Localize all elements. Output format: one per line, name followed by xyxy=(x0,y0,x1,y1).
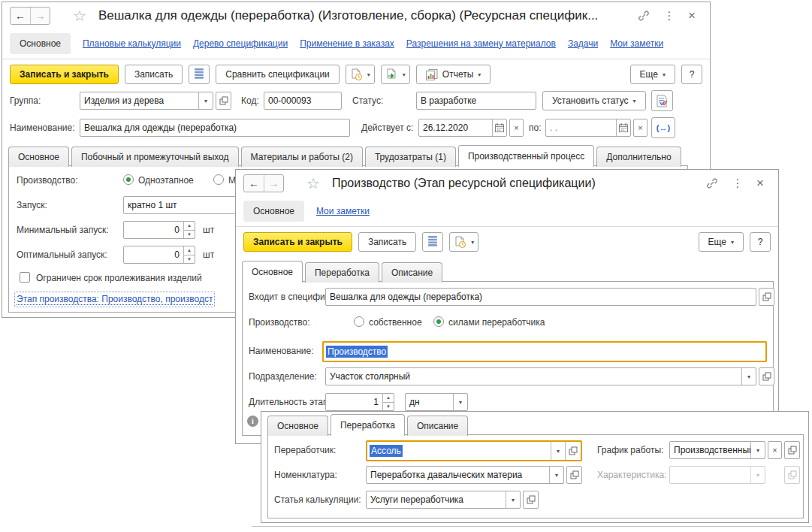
schedule-open-button[interactable] xyxy=(784,441,800,459)
spec-open-button[interactable] xyxy=(759,288,774,306)
calendar-icon[interactable] xyxy=(492,119,506,136)
chevron-down-icon[interactable]: ▾ xyxy=(198,92,213,109)
w2-structure-button[interactable] xyxy=(422,232,443,252)
duration-unit-field[interactable]: дн▾ xyxy=(405,393,468,411)
w1-nav-link-tasks[interactable]: Задачи xyxy=(568,38,598,49)
w1-nav-link-orders[interactable]: Применение в заказах xyxy=(300,38,394,49)
w1-tab-labor[interactable]: Трудозатраты (1) xyxy=(365,147,456,167)
w2-tab-description[interactable]: Описание xyxy=(382,262,442,283)
nomenclature-field[interactable]: Переработка давальческих материа▾ xyxy=(366,466,564,484)
w1-tab-materials[interactable]: Материалы и работы (2) xyxy=(241,147,363,167)
copy-link-icon[interactable] xyxy=(706,177,724,189)
nomenclature-open-button[interactable] xyxy=(566,466,582,484)
group-open-button[interactable] xyxy=(216,92,231,110)
w1-structure-button[interactable] xyxy=(189,65,210,84)
shelf-life-checkbox[interactable] xyxy=(20,272,30,283)
w2-nav-osnovnoe[interactable]: Основное xyxy=(243,201,304,222)
status-check-button[interactable] xyxy=(651,90,673,111)
forward-icon[interactable]: → xyxy=(30,8,50,24)
favorite-star-icon[interactable]: ☆ xyxy=(73,8,86,23)
chevron-down-icon[interactable]: ▾ xyxy=(551,442,565,460)
w2-more-button[interactable]: Еще▾ xyxy=(699,232,744,252)
w1-doc-history-button[interactable]: ▾ xyxy=(346,65,375,84)
w1-nav-link-plan-calc[interactable]: Плановые калькуляции xyxy=(83,38,181,49)
w1-save-close-button[interactable]: Записать и закрыть xyxy=(10,65,119,84)
w1-save-button[interactable]: Записать xyxy=(125,65,183,84)
w2-nav-link-notes[interactable]: Мои заметки xyxy=(316,206,370,216)
validity-period-button[interactable]: (↔) xyxy=(651,117,675,138)
shelf-life-checkbox-label[interactable]: Ограничен срок пролеживания изделий xyxy=(36,273,202,283)
w2-doc-history-button[interactable]: ▾ xyxy=(449,232,478,252)
valid-to-clear-button[interactable]: × xyxy=(633,119,647,137)
duration-field[interactable]: 1 ▲▼ xyxy=(325,393,394,411)
w1-nav-link-notes[interactable]: Мои заметки xyxy=(610,38,663,49)
group-field[interactable]: Изделия из дерева▾ xyxy=(80,92,213,110)
processor-open-button[interactable] xyxy=(565,442,581,460)
kebab-menu-icon[interactable]: ⋮ xyxy=(660,9,678,23)
spinner-control[interactable]: ▲▼ xyxy=(382,394,394,410)
costing-item-field[interactable]: Услуги переработчика▾ xyxy=(366,491,521,509)
close-icon[interactable]: × xyxy=(683,8,701,23)
code-field[interactable]: 00-000093 xyxy=(264,92,342,110)
back-icon[interactable]: ← xyxy=(244,175,264,192)
costing-item-open-button[interactable] xyxy=(523,491,539,509)
w1-nav-link-spec-tree[interactable]: Дерево спецификации xyxy=(193,38,288,49)
w1-reports-button[interactable]: Отчеты ▾ xyxy=(416,65,491,84)
w1-tab-additional[interactable]: Дополнительно xyxy=(596,147,681,167)
copy-link-icon[interactable] xyxy=(638,10,656,22)
spinner-control[interactable]: ▲▼ xyxy=(183,246,195,263)
chevron-down-icon[interactable]: ▾ xyxy=(453,394,467,410)
w1-nav-osnovnoe[interactable]: Основное xyxy=(10,33,71,54)
name-field[interactable]: Вешалка для одежды (переработка) xyxy=(80,119,350,137)
chevron-down-icon[interactable]: ▾ xyxy=(549,467,563,483)
chevron-down-icon[interactable]: ▾ xyxy=(750,442,765,458)
w2-tab-processing[interactable]: Переработка xyxy=(305,262,379,283)
w1-help-button[interactable]: ? xyxy=(681,65,702,84)
back-icon[interactable]: ← xyxy=(11,8,30,24)
radio-by-processor[interactable] xyxy=(433,316,444,327)
forward-icon[interactable]: → xyxy=(264,175,283,192)
department-field[interactable]: Участок столярный▾ xyxy=(325,367,756,385)
set-status-button[interactable]: Установить статус▾ xyxy=(542,91,646,110)
department-open-button[interactable] xyxy=(759,367,774,385)
w2-help-button[interactable]: ? xyxy=(750,232,771,252)
valid-from-field[interactable]: 26.12.2020 xyxy=(418,119,507,137)
w1-more-button[interactable]: Еще▾ xyxy=(630,65,675,84)
close-icon[interactable]: × xyxy=(751,176,769,191)
chevron-down-icon[interactable]: ▾ xyxy=(506,491,520,508)
radio-own-production-label[interactable]: собственное xyxy=(369,317,422,328)
w1-tab-byproduct[interactable]: Побочный и промежуточный выход xyxy=(71,147,239,167)
schedule-clear-button[interactable]: × xyxy=(768,441,782,459)
production-stage-link[interactable]: Этап производства: Производство, произво… xyxy=(17,294,213,305)
radio-own-production[interactable] xyxy=(354,316,364,327)
w2-tab-osnovnoe[interactable]: Основное xyxy=(242,261,303,283)
w2-name-field[interactable]: Производство xyxy=(322,341,767,362)
w3-tab-osnovnoe[interactable]: Основное xyxy=(267,416,328,436)
processor-field[interactable]: Ассоль ▾ xyxy=(366,440,582,461)
calendar-icon[interactable] xyxy=(616,119,630,136)
w1-tab-production-process[interactable]: Производственный процесс xyxy=(458,145,594,167)
radio-single-stage[interactable] xyxy=(123,174,134,185)
w2-save-close-button[interactable]: Записать и закрыть xyxy=(243,232,352,252)
valid-to-field[interactable]: . . xyxy=(545,119,631,137)
radio-single-stage-label[interactable]: Одноэтапное xyxy=(138,175,194,186)
schedule-field[interactable]: Производственный к▾ xyxy=(669,441,765,459)
favorite-star-icon[interactable]: ☆ xyxy=(306,176,320,191)
min-launch-field[interactable]: 0 ▲▼ xyxy=(123,221,195,239)
w3-tab-description[interactable]: Описание xyxy=(407,416,468,436)
radio-multi-stage[interactable] xyxy=(213,174,224,185)
chevron-down-icon[interactable]: ▾ xyxy=(741,368,756,385)
spinner-control[interactable]: ▲▼ xyxy=(183,222,195,238)
radio-by-processor-label[interactable]: силами переработчика xyxy=(448,317,545,328)
w3-tab-processing[interactable]: Переработка xyxy=(331,414,405,436)
w1-tab-osnovnoe[interactable]: Основное xyxy=(8,147,69,167)
status-field[interactable]: В разработке xyxy=(416,92,536,110)
w1-compare-specs-button[interactable]: Сравнить спецификации xyxy=(216,65,340,84)
opt-launch-field[interactable]: 0 ▲▼ xyxy=(123,246,195,264)
valid-from-clear-button[interactable]: × xyxy=(509,119,524,137)
w1-doc-actions-button[interactable]: ▾ xyxy=(381,65,410,84)
w2-save-button[interactable]: Записать xyxy=(358,232,416,252)
spec-field[interactable]: Вешалка для одежды (переработка) xyxy=(325,288,756,306)
kebab-menu-icon[interactable]: ⋮ xyxy=(729,177,747,190)
w1-nav-link-material-permits[interactable]: Разрешения на замену материалов xyxy=(406,38,556,49)
